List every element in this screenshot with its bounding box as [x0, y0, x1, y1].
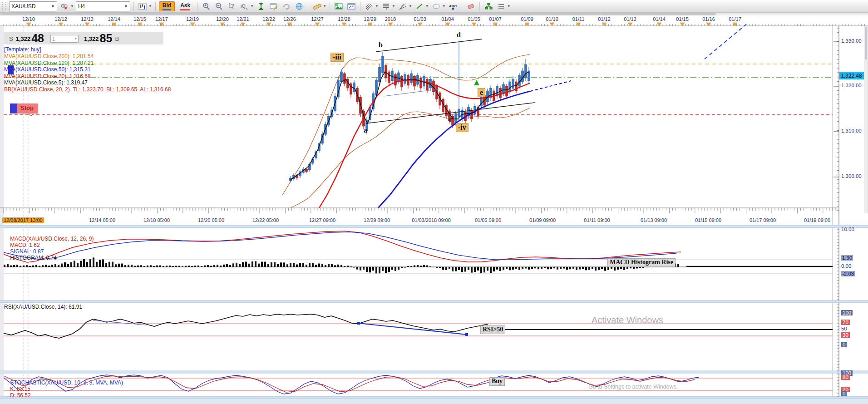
buy-price-big: 85 [100, 33, 113, 44]
x-axis-label: 12/21 [230, 16, 256, 22]
wave-label: -iv [456, 123, 469, 132]
stoch-k-value: K: 63.15 [10, 386, 30, 392]
indicator-legend-line: MVA(XAU/USD.Close,50): 1,315.31 [4, 66, 91, 73]
x-axis-label: 01/07 [483, 16, 508, 22]
template-name: [Template: huy] [4, 46, 41, 53]
y-axis-label: 10.00 [841, 227, 854, 232]
indicator-legend-line: MVA(XAU/USD.Close,5): 1,319.47 [4, 79, 88, 86]
y-axis-label: 70 [841, 320, 850, 325]
stop-order-label: Stop [17, 103, 38, 113]
selection-handle[interactable] [8, 65, 14, 74]
window-bottom-edge [0, 399, 868, 404]
x-axis-label: 01/19 09:00 [804, 217, 830, 223]
wave-label: d [457, 31, 461, 39]
x-axis-label: 01/04 [435, 16, 460, 22]
quote-panel: S 1,322 48 1▾ 1,322 85 B [4, 32, 163, 44]
x-axis-label: 01/12 [592, 16, 617, 22]
x-axis-label: 01/09 [514, 16, 540, 22]
buy-price-small: 1,322 [84, 34, 99, 44]
x-axis-label: 01/14 [646, 16, 672, 22]
y-axis-label: 1,300.00 [841, 173, 862, 179]
y-axis-label: 30 [841, 332, 850, 338]
x-axis-label: 12/18 05:00 [143, 217, 170, 223]
x-axis-label: 01/03/2018 09:00 [412, 217, 451, 223]
y-axis-label: 80 [841, 374, 850, 380]
rsi-header: RSI(XAU/USD.Close, 14): 61.91 [4, 304, 82, 310]
y-axis-label: 0 [841, 342, 847, 347]
x-axis-label: 01/15 [670, 16, 695, 22]
x-axis-label: 01/15 09:00 [695, 217, 721, 223]
x-axis-label: 01/17 [722, 16, 748, 22]
x-axis-label: 01/13 09:00 [641, 217, 667, 223]
x-axis-label: 12/26 [277, 16, 302, 22]
y-axis-label: 100 [841, 310, 853, 315]
x-axis-label: 01/17 09:00 [750, 217, 776, 223]
indicator-legend-line: MVA(XAU/USD.Close,20): 1,316.68 [4, 73, 91, 79]
indicator-legend-line: BB(XAU/USD.Close, 20, 2) TL: 1,323.70 BL… [4, 86, 171, 93]
stepper-arrows-icon[interactable]: ▾ [75, 37, 77, 41]
x-axis-label: 12/19 [180, 16, 205, 22]
x-axis-label: 12/20 05:00 [198, 217, 224, 223]
x-axis-label: 12/22 05:00 [252, 217, 279, 223]
right-scrollbar[interactable] [864, 26, 868, 213]
x-axis-label: 01/13 [617, 16, 643, 22]
sell-button[interactable]: S [9, 34, 13, 44]
stop-order-tag[interactable]: Stop [10, 103, 38, 113]
sell-price-big: 48 [31, 33, 44, 44]
x-axis-label: 12/13 [74, 16, 100, 22]
x-axis-label: 12/14 [101, 16, 127, 22]
buy-button[interactable]: B [115, 34, 119, 44]
x-axis-label: 01/16 [696, 16, 721, 22]
quantity-stepper[interactable]: 1▾ [50, 35, 79, 43]
indicator-legend-line: MVA(XAU/USD.Close,200): 1,281.54 [4, 53, 94, 59]
macd-histogram-value: HISTOGRAM: 0.74 [10, 255, 56, 261]
macd-title: MACD(XAU/USD.Close, 12, 26, 9) [10, 236, 94, 242]
x-axis-label: 01/03 [407, 16, 433, 22]
y-axis-label: 1,330.00 [841, 38, 862, 44]
wave-label: b [379, 41, 383, 49]
sell-price-small: 1,322 [16, 34, 31, 44]
x-axis-label: 12/29 09:00 [364, 217, 390, 223]
x-axis-label: 01/05 09:00 [475, 217, 501, 223]
x-axis-label: 12/17 [149, 16, 174, 22]
x-axis-label: 01/11 09:00 [584, 217, 610, 223]
x-axis-label: 12/14 05:00 [89, 217, 115, 223]
buy-annotation: Buy [489, 377, 505, 386]
x-axis-label: 01/10 [539, 16, 565, 22]
trading-app-window: XAU/USD▼ ✕ ▼ H4▼ ▼ Bid Ask + − + ıQ▼ ▼ ▼… [0, 0, 868, 404]
y-axis-label: 1.90 [841, 255, 853, 261]
right-scrollbar-thumb[interactable] [865, 27, 867, 59]
x-axis-label: 12/12 [48, 16, 74, 22]
x-axis-label: 01/11 [566, 16, 591, 22]
x-axis-label: 01/09 09:00 [529, 217, 556, 223]
stoch-d-value: D: 56.52 [10, 392, 30, 399]
y-axis-label: 0.00 [841, 263, 851, 269]
quantity-value: 1 [52, 36, 55, 42]
y-axis-label: -2.03 [841, 271, 855, 276]
rsi-annotation: RSI>50 [480, 325, 505, 334]
activate-windows-watermark: Activate Windows [592, 315, 663, 325]
wave-label: c [449, 116, 452, 124]
wave-label: e [478, 88, 485, 97]
indicator-legend-line: MVA(XAU/USD.Close,120): 1,287.21 [4, 60, 94, 66]
stop-order-handle[interactable] [10, 103, 17, 113]
y-axis-label: 50 [841, 326, 847, 331]
x-axis-label: 12/10 [16, 16, 41, 22]
stoch-title: STOCHASTIC(XAU/USD, 10, 3, 3, MVA, MVA) [10, 379, 123, 386]
macd-annotation: MACD Histogram Rise [607, 258, 676, 267]
x-axis-label: 12/27 [305, 16, 330, 22]
wave-label: -iii [330, 53, 344, 62]
macd-header: MACD(XAU/USD.Close, 12, 26, 9) MACD: 1.6… [4, 229, 97, 267]
activate-windows-settings-watermark: Go to Settings to activate Windows. [588, 384, 678, 390]
x-axis-label: 12/08/2017 13:00 [2, 217, 44, 223]
chart-canvas[interactable] [0, 0, 868, 404]
x-axis-label: 12/27 09:00 [309, 217, 335, 223]
x-axis-label: 12/28 [331, 16, 357, 22]
macd-value: MACD: 1.62 [10, 242, 39, 248]
y-axis-label: 1,320.00 [841, 83, 862, 88]
wave-label: a [364, 126, 367, 134]
y-axis-label: 0 [841, 391, 847, 396]
macd-signal-value: SIGNAL: 0.87 [10, 248, 44, 255]
x-axis-label: 2018 [378, 16, 403, 22]
y-axis-label: 1,310.00 [841, 128, 862, 133]
